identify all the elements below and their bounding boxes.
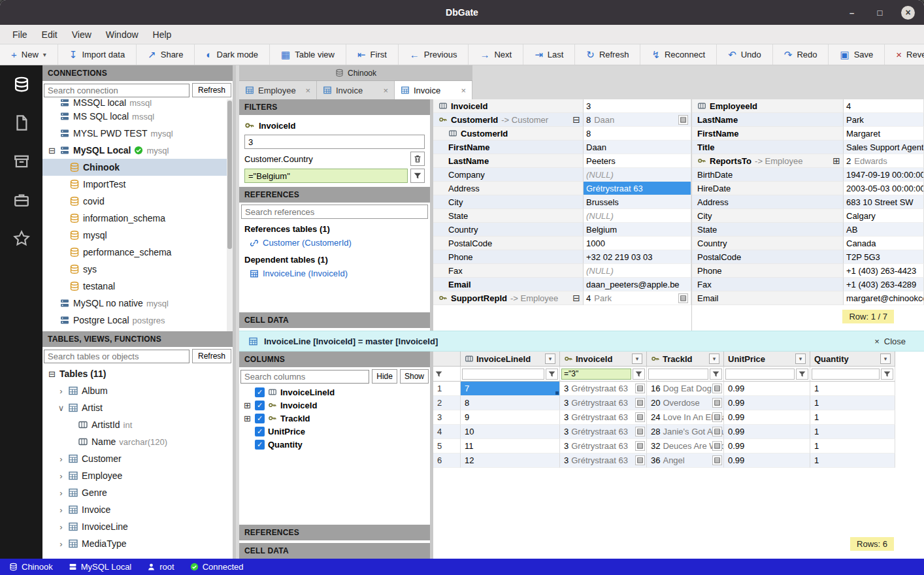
form-row[interactable]: CustomerId 8 (433, 127, 691, 140)
close-window-button[interactable]: × (901, 6, 915, 20)
form-value-cell[interactable]: AB (844, 223, 924, 237)
filter-menu-button[interactable] (410, 169, 425, 183)
cell-unitprice[interactable]: 0.99 (724, 410, 810, 425)
form-value-cell[interactable]: +1 (403) 263-4289 (844, 278, 924, 291)
header-invoiceid[interactable]: InvoiceId (560, 352, 647, 367)
cell-unitprice[interactable]: 0.99 (724, 439, 810, 453)
column-checkbox[interactable] (255, 427, 265, 436)
cell-trackid[interactable]: 24Love In An Elevator (647, 410, 724, 425)
filter-country-input[interactable] (244, 169, 408, 183)
form-value-cell[interactable]: +32 02 219 03 03 (584, 250, 691, 264)
table-invoice[interactable]: › Invoice (42, 501, 233, 518)
form-value-cell[interactable]: Brussels (584, 195, 691, 209)
filter-button[interactable] (710, 369, 722, 380)
header-quantity[interactable]: Quantity (810, 352, 895, 367)
search-references-input[interactable] (241, 205, 428, 219)
chevron-icon[interactable]: › (58, 539, 65, 549)
form-row[interactable]: CustomerId -> Customer ⊟ 8 Daan (433, 113, 691, 127)
cell-unitprice[interactable]: 0.99 (724, 382, 810, 396)
form-row[interactable]: Email daan_peeters@apple.be (433, 278, 691, 291)
filter-button[interactable] (796, 369, 808, 380)
form-value-cell[interactable]: 8 Daan (584, 113, 691, 127)
form-row[interactable]: Title Sales Support Agent (692, 140, 924, 154)
form-value-cell[interactable]: +1 (403) 263-4423 (844, 264, 924, 278)
refresh-button[interactable]: ↻ Refresh (575, 44, 640, 65)
tab-close-icon[interactable]: × (461, 86, 466, 95)
cell-trackid[interactable]: 36Angel (647, 453, 724, 468)
form-row[interactable]: Company (NULL) (433, 168, 691, 182)
chevron-icon[interactable]: ∨ (58, 403, 65, 413)
chevron-icon[interactable]: › (58, 454, 65, 464)
grid-row[interactable]: 6 12 3Grétrystraat 63 36Angel (433, 453, 924, 468)
status-connected[interactable]: Connected (190, 562, 244, 572)
form-value-cell[interactable]: Calgary (844, 209, 924, 223)
chevron-icon[interactable]: › (58, 505, 65, 515)
column-menu-button[interactable] (545, 353, 555, 364)
next-button[interactable]: → Next (469, 44, 523, 65)
column-artistid[interactable]: ArtistId int (42, 416, 233, 433)
form-row[interactable]: Country Canada (692, 237, 924, 250)
grid-row[interactable]: 2 8 3Grétrystraat 63 20Overdose (433, 396, 924, 410)
filter-input-invoicelineid[interactable] (462, 369, 544, 380)
column-item-invoiceid[interactable]: ⊞ InvoiceId (239, 399, 430, 412)
grid-row[interactable]: 4 10 3Grétrystraat 63 28Janie's Got A Gu… (433, 425, 924, 439)
open-reference-icon[interactable] (712, 412, 722, 422)
form-value-cell[interactable]: 8 (584, 127, 691, 140)
open-reference-icon[interactable] (635, 412, 645, 422)
form-value-cell[interactable]: Daan (584, 140, 691, 154)
form-row[interactable]: PostalCode T2P 5G3 (692, 250, 924, 264)
cell-invoiceid[interactable]: 3Grétrystraat 63 (560, 396, 647, 410)
connection-mysql-local[interactable]: ⊟ MySQL Local mysql (42, 142, 233, 159)
new-button[interactable]: + New ▾ (0, 44, 58, 65)
form-row[interactable]: City Brussels (433, 195, 691, 209)
import-data-button[interactable]: ↧ Import data (58, 44, 137, 65)
tab-employee[interactable]: Employee × (239, 81, 317, 99)
form-row[interactable]: Address 683 10 Street SW (692, 195, 924, 209)
form-value-cell[interactable]: 2 Edwards (844, 154, 924, 168)
column-item-quantity[interactable]: Quantity (239, 438, 430, 451)
open-reference-icon[interactable] (635, 427, 645, 436)
form-value-cell[interactable]: Canada (844, 237, 924, 250)
archive-nav-icon[interactable] (13, 153, 30, 170)
form-row[interactable]: HireDate 2003-05-03 00:00:00 (692, 182, 924, 195)
refresh-connections-button[interactable]: Refresh (192, 83, 231, 97)
connection-mysl-pwd-test[interactable]: MYSL PWD TEST mysql (42, 125, 233, 142)
column-checkbox[interactable] (255, 401, 265, 410)
menu-item[interactable]: Help (146, 27, 179, 42)
chevron-icon[interactable]: › (58, 471, 65, 481)
search-connection-input[interactable] (44, 84, 190, 97)
table-album[interactable]: › Album (42, 382, 233, 399)
filter-button[interactable] (633, 369, 645, 380)
column-checkbox[interactable] (255, 387, 265, 397)
maximize-button[interactable]: □ (873, 6, 887, 20)
form-value-cell[interactable]: 4 (844, 99, 924, 113)
form-row[interactable]: Address Grétrystraat 63 (433, 182, 691, 195)
reference-link-invoiceline[interactable]: InvoiceLine (InvoiceId) (241, 267, 428, 280)
filter-button[interactable] (881, 369, 893, 380)
form-row[interactable]: PostalCode 1000 (433, 237, 691, 250)
table-view-button[interactable]: ▦ Table view (270, 44, 346, 65)
form-row[interactable]: FirstName Margaret (692, 127, 924, 140)
database-mysql[interactable]: mysql (42, 227, 233, 244)
filter-invoiceid-input[interactable] (244, 135, 425, 149)
column-item-unitprice[interactable]: UnitPrice (239, 425, 430, 438)
form-row[interactable]: City Calgary (692, 209, 924, 223)
column-menu-button[interactable] (880, 353, 891, 364)
form-row[interactable]: State AB (692, 223, 924, 237)
table-customer[interactable]: › Customer (42, 450, 233, 467)
cell-invoiceid[interactable]: 3Grétrystraat 63 (560, 425, 647, 439)
connection-mysql-no-native[interactable]: MySQL no native mysql (42, 295, 233, 312)
database-sys[interactable]: sys (42, 261, 233, 278)
form-value-cell[interactable]: margaret@chinookcorp.com (844, 291, 924, 305)
menu-item[interactable]: View (65, 27, 99, 42)
open-reference-icon[interactable] (712, 455, 722, 465)
form-value-cell[interactable]: (NULL) (584, 264, 691, 278)
remove-filter-button[interactable] (410, 152, 425, 166)
revert-button[interactable]: × Revert (885, 44, 924, 65)
form-row[interactable]: FirstName Daan (433, 140, 691, 154)
refresh-tables-button[interactable]: Refresh (192, 349, 231, 363)
database-information-schema[interactable]: information_schema (42, 210, 233, 227)
form-row[interactable]: Fax (NULL) (433, 264, 691, 278)
form-row[interactable]: Fax +1 (403) 263-4289 (692, 278, 924, 291)
database-importtest[interactable]: ImportTest (42, 176, 233, 193)
